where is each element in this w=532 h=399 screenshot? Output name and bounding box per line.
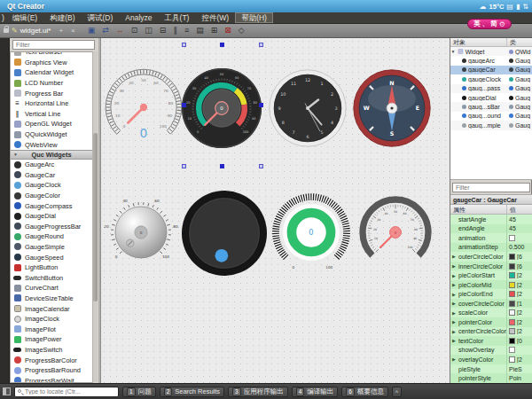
property-value[interactable]: PieS: [507, 366, 522, 372]
palette-item-GaugeProgressBar[interactable]: GaugeProgressBar: [11, 222, 92, 232]
checkbox[interactable]: [509, 347, 515, 353]
expand-arrow-icon[interactable]: ▶: [452, 263, 457, 269]
layout-splitter-vertical-icon[interactable]: ≡: [184, 24, 189, 37]
palette-item-ImagePower[interactable]: ImagePower: [11, 334, 92, 345]
property-row-overlayColor[interactable]: ▶overlayColor[2: [450, 355, 532, 364]
palette-item-ImagePilot[interactable]: ImagePilot: [11, 324, 92, 334]
edit-buddies-icon[interactable]: ↔: [116, 24, 124, 37]
property-row-scaleColor[interactable]: ▶scaleColor[2: [450, 308, 532, 317]
property-value[interactable]: Poin: [507, 375, 521, 381]
property-row-innerCircleColor[interactable]: ▶innerCircleColor[6: [450, 262, 532, 271]
property-value[interactable]: 0.500: [507, 244, 525, 250]
keyboard-indicator-icon[interactable]: ▤: [506, 3, 513, 11]
property-value[interactable]: [2: [507, 328, 522, 334]
canvas-widget-gaugeRound[interactable]: 00100: [270, 192, 352, 273]
form-editor-canvas[interactable]: 01020304050607080901000 0102030405060708…: [100, 38, 450, 383]
property-value[interactable]: [2: [507, 282, 522, 288]
palette-item-GaugeSimple[interactable]: GaugeSimple: [11, 242, 92, 253]
expand-arrow-icon[interactable]: ▶: [452, 356, 457, 362]
palette-item-GaugeRound[interactable]: GaugeRound: [11, 231, 92, 242]
palette-item-GaugeClock[interactable]: GaugeClock: [11, 180, 92, 191]
menu-item-t[interactable]: 工具(T): [159, 12, 196, 23]
property-value[interactable]: [0: [507, 338, 522, 344]
close-tab-button[interactable]: ×: [71, 27, 75, 35]
adjust-size-icon[interactable]: ◇: [239, 24, 245, 37]
tree-row-gaugeCar[interactable]: gaugeCarGaug: [450, 66, 532, 74]
property-value[interactable]: [6: [507, 254, 522, 260]
selection-handle[interactable]: [182, 43, 186, 47]
property-row-centerCircleColor[interactable]: ▶centerCircleColor[2: [450, 327, 532, 337]
property-value[interactable]: [2: [507, 356, 522, 363]
expand-arrow-icon[interactable]: ▶: [452, 338, 457, 343]
palette-scrollbar-thumb[interactable]: [93, 133, 98, 301]
property-value[interactable]: [507, 235, 515, 241]
property-row-animation[interactable]: animation: [450, 233, 532, 243]
selection-handle[interactable]: [220, 164, 224, 168]
property-value[interactable]: [507, 347, 515, 353]
sync-indicator-icon[interactable]: ⇅: [522, 3, 528, 11]
palette-item-ImageClock[interactable]: ImageClock: [11, 314, 92, 325]
palette-item-ProgressBarRound[interactable]: ProgressBarRound: [11, 365, 92, 376]
property-row-showOverlay[interactable]: showOverlay: [450, 346, 532, 356]
output-pane-button-1[interactable]: 1问题: [122, 387, 156, 397]
palette-item-LCDNumber[interactable]: LCD Number: [11, 78, 92, 89]
palette-item-OpenGLWidget[interactable]: OpenGL Widget: [11, 119, 92, 129]
expand-arrow-icon[interactable]: ▶: [452, 301, 457, 306]
edit-signals-slots-icon[interactable]: ⇄: [102, 24, 109, 37]
battery-icon[interactable]: ▮: [516, 3, 520, 11]
palette-item-GaugeColor[interactable]: GaugeColor: [11, 191, 92, 201]
property-value[interactable]: [2: [507, 272, 522, 278]
palette-item-GaugeSpeed[interactable]: GaugeSpeed: [11, 252, 92, 262]
tree-row-gaugsBar[interactable]: gaug...sBarGaug: [450, 102, 532, 111]
output-pane-button-6[interactable]: 6概要信息: [341, 387, 388, 397]
palette-item-QQuickWidget[interactable]: QQuickWidget: [11, 129, 92, 140]
palette-item-DeviceSizeTable[interactable]: DeviceSizeTable: [11, 293, 92, 304]
tree-row-gaugpass[interactable]: gaug...passGaug: [450, 84, 532, 93]
document-tab[interactable]: widget.ui*: [20, 27, 51, 35]
layout-horizontal-icon[interactable]: ◫: [145, 24, 153, 37]
float-tab-button[interactable]: +: [59, 27, 63, 35]
output-pane-button-4[interactable]: 4编译输出: [292, 387, 339, 397]
palette-item-CalendarWidget[interactable]: Calendar Widget: [11, 67, 92, 78]
edit-widgets-icon[interactable]: ▣: [88, 24, 96, 37]
property-value[interactable]: [2: [507, 319, 522, 325]
property-value[interactable]: 45: [507, 216, 516, 223]
palette-item-GaugeCompass[interactable]: GaugeCompass: [11, 200, 92, 211]
expand-output-button[interactable]: ^: [392, 387, 402, 397]
layout-vertical-icon[interactable]: ⊟: [160, 24, 167, 37]
property-row-pieColorStart[interactable]: ▶pieColorStart[2: [450, 270, 532, 280]
layout-grid-icon[interactable]: ⊞: [211, 24, 218, 37]
weather-icon[interactable]: ☁: [480, 3, 487, 11]
selection-handle[interactable]: [182, 164, 186, 168]
menu-item-[interactable]: ): [0, 12, 6, 23]
tree-row-Widget[interactable]: ▼▨WidgetQWid: [450, 47, 532, 56]
property-row-outerCircleColor[interactable]: ▶outerCircleColor[6: [450, 252, 532, 262]
property-value[interactable]: [1: [507, 301, 522, 307]
palette-item-LightButton[interactable]: LightButton: [11, 262, 92, 273]
expand-arrow-icon[interactable]: ▶: [452, 319, 457, 325]
palette-item-ProgressBarWait[interactable]: ProgressBarWait: [11, 375, 92, 383]
expand-arrow-icon[interactable]: ▶: [452, 329, 457, 334]
palette-item-GraphicsView[interactable]: Graphics View: [11, 58, 92, 68]
expand-arrow-icon[interactable]: ▶: [452, 273, 457, 278]
property-value[interactable]: 45: [507, 225, 516, 231]
menu-item-w[interactable]: 控件(W): [195, 12, 235, 23]
selection-handle[interactable]: [259, 103, 263, 107]
palette-item-HorizontalLine[interactable]: ≡Horizontal Line: [11, 98, 92, 109]
property-row-startAngle[interactable]: startAngle45: [450, 215, 532, 224]
tree-row-gaugeDial[interactable]: gaugeDialGaug: [450, 93, 532, 102]
tree-row-gaugound[interactable]: gaug...oundGaug: [450, 112, 532, 121]
selection-handle[interactable]: [220, 43, 224, 47]
expand-arrow-icon[interactable]: ▶: [452, 310, 457, 316]
palette-item-ImageSwitch[interactable]: ImageSwitch: [11, 345, 92, 356]
property-row-pointerColor[interactable]: ▶pointerColor[2: [450, 317, 532, 327]
checkbox[interactable]: [509, 235, 515, 241]
palette-item-QWebView[interactable]: QWebView: [11, 139, 92, 150]
output-pane-button-2[interactable]: 2Search Results: [160, 387, 224, 397]
palette-item-SwitchButton[interactable]: SwitchButton: [11, 272, 92, 283]
menu-item-e[interactable]: 编辑(E): [6, 12, 43, 23]
canvas-widget-gaugeClock[interactable]: 123456789101112: [268, 68, 348, 148]
canvas-widget-gaugeSimple[interactable]: 01020304050607080901000: [357, 194, 434, 270]
tab-order-icon[interactable]: ⊡: [131, 24, 138, 37]
property-row-textColor[interactable]: ▶textColor[0: [450, 336, 532, 346]
